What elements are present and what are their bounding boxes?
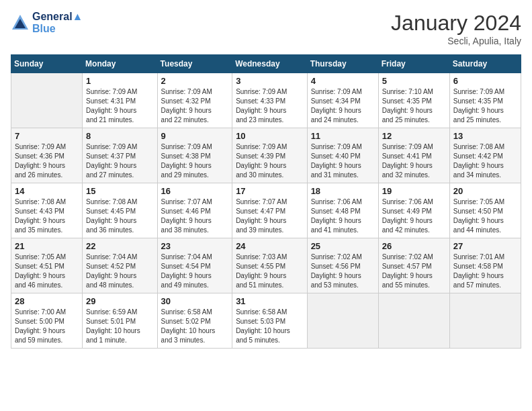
day-number: 16 xyxy=(161,186,229,196)
day-info: Sunrise: 7:02 AM Sunset: 4:56 PM Dayligh… xyxy=(311,253,375,290)
calendar-cell xyxy=(378,293,449,349)
calendar-week-5: 28Sunrise: 7:00 AM Sunset: 5:00 PM Dayli… xyxy=(11,293,521,349)
logo-icon xyxy=(11,13,30,32)
day-info: Sunrise: 7:10 AM Sunset: 4:35 PM Dayligh… xyxy=(382,87,446,125)
calendar-cell: 7Sunrise: 7:09 AM Sunset: 4:36 PM Daylig… xyxy=(11,128,83,183)
day-info: Sunrise: 7:08 AM Sunset: 4:42 PM Dayligh… xyxy=(453,142,517,180)
day-number: 6 xyxy=(453,76,517,86)
day-info: Sunrise: 7:09 AM Sunset: 4:33 PM Dayligh… xyxy=(236,87,304,125)
day-number: 10 xyxy=(236,131,304,141)
day-number: 27 xyxy=(453,241,517,251)
calendar-cell: 9Sunrise: 7:09 AM Sunset: 4:38 PM Daylig… xyxy=(157,128,232,183)
day-number: 28 xyxy=(15,296,79,306)
day-number: 9 xyxy=(161,131,229,141)
day-info: Sunrise: 7:09 AM Sunset: 4:39 PM Dayligh… xyxy=(236,142,304,180)
calendar-cell: 21Sunrise: 7:05 AM Sunset: 4:51 PM Dayli… xyxy=(11,238,83,293)
day-number: 17 xyxy=(236,186,304,196)
title-area: January 2024 Secli, Apulia, Italy xyxy=(391,11,521,46)
header-monday: Monday xyxy=(83,55,158,73)
day-number: 3 xyxy=(236,76,304,86)
calendar-subtitle: Secli, Apulia, Italy xyxy=(391,36,521,46)
calendar-cell: 8Sunrise: 7:09 AM Sunset: 4:37 PM Daylig… xyxy=(83,128,158,183)
day-info: Sunrise: 7:05 AM Sunset: 4:51 PM Dayligh… xyxy=(15,253,79,290)
day-number: 8 xyxy=(86,131,154,141)
calendar-cell: 24Sunrise: 7:03 AM Sunset: 4:55 PM Dayli… xyxy=(232,238,308,293)
day-number: 30 xyxy=(161,296,229,306)
day-number: 2 xyxy=(161,76,229,86)
day-info: Sunrise: 7:09 AM Sunset: 4:37 PM Dayligh… xyxy=(86,142,154,180)
calendar-title: January 2024 xyxy=(391,11,521,36)
calendar-cell: 1Sunrise: 7:09 AM Sunset: 4:31 PM Daylig… xyxy=(83,73,158,128)
day-info: Sunrise: 7:09 AM Sunset: 4:36 PM Dayligh… xyxy=(15,142,79,180)
day-info: Sunrise: 6:58 AM Sunset: 5:03 PM Dayligh… xyxy=(236,308,304,345)
calendar-cell xyxy=(307,293,378,349)
logo-text: General▲ Blue xyxy=(32,11,83,35)
calendar-cell: 17Sunrise: 7:07 AM Sunset: 4:47 PM Dayli… xyxy=(232,183,308,238)
day-info: Sunrise: 7:04 AM Sunset: 4:52 PM Dayligh… xyxy=(86,253,154,290)
day-number: 21 xyxy=(15,241,79,251)
header-sunday: Sunday xyxy=(11,55,83,73)
day-info: Sunrise: 7:09 AM Sunset: 4:40 PM Dayligh… xyxy=(311,142,375,180)
day-info: Sunrise: 7:09 AM Sunset: 4:38 PM Dayligh… xyxy=(161,142,229,180)
day-info: Sunrise: 7:04 AM Sunset: 4:54 PM Dayligh… xyxy=(161,253,229,290)
day-info: Sunrise: 7:00 AM Sunset: 5:00 PM Dayligh… xyxy=(15,308,79,345)
calendar-cell: 22Sunrise: 7:04 AM Sunset: 4:52 PM Dayli… xyxy=(83,238,158,293)
day-info: Sunrise: 7:03 AM Sunset: 4:55 PM Dayligh… xyxy=(236,253,304,290)
calendar-cell: 4Sunrise: 7:09 AM Sunset: 4:34 PM Daylig… xyxy=(307,73,378,128)
day-number: 22 xyxy=(86,241,154,251)
day-number: 14 xyxy=(15,186,79,196)
calendar-cell: 28Sunrise: 7:00 AM Sunset: 5:00 PM Dayli… xyxy=(11,293,83,349)
day-number: 11 xyxy=(311,131,375,141)
header-wednesday: Wednesday xyxy=(232,55,308,73)
header-thursday: Thursday xyxy=(307,55,378,73)
day-number: 4 xyxy=(311,76,375,86)
calendar-table: SundayMondayTuesdayWednesdayThursdayFrid… xyxy=(11,54,521,349)
day-number: 7 xyxy=(15,131,79,141)
day-info: Sunrise: 7:06 AM Sunset: 4:48 PM Dayligh… xyxy=(311,197,375,235)
day-number: 26 xyxy=(382,241,446,251)
day-info: Sunrise: 7:05 AM Sunset: 4:50 PM Dayligh… xyxy=(453,197,517,235)
calendar-cell: 3Sunrise: 7:09 AM Sunset: 4:33 PM Daylig… xyxy=(232,73,308,128)
day-info: Sunrise: 7:07 AM Sunset: 4:46 PM Dayligh… xyxy=(161,197,229,235)
day-number: 29 xyxy=(86,296,154,306)
day-number: 18 xyxy=(311,186,375,196)
header-tuesday: Tuesday xyxy=(157,55,232,73)
calendar-cell: 14Sunrise: 7:08 AM Sunset: 4:43 PM Dayli… xyxy=(11,183,83,238)
day-number: 31 xyxy=(236,296,304,306)
calendar-week-1: 1Sunrise: 7:09 AM Sunset: 4:31 PM Daylig… xyxy=(11,73,521,128)
calendar-cell: 27Sunrise: 7:01 AM Sunset: 4:58 PM Dayli… xyxy=(449,238,521,293)
calendar-week-4: 21Sunrise: 7:05 AM Sunset: 4:51 PM Dayli… xyxy=(11,238,521,293)
calendar-cell: 30Sunrise: 6:58 AM Sunset: 5:02 PM Dayli… xyxy=(157,293,232,349)
calendar-cell: 10Sunrise: 7:09 AM Sunset: 4:39 PM Dayli… xyxy=(232,128,308,183)
day-info: Sunrise: 7:08 AM Sunset: 4:43 PM Dayligh… xyxy=(15,197,79,235)
calendar-cell: 25Sunrise: 7:02 AM Sunset: 4:56 PM Dayli… xyxy=(307,238,378,293)
calendar-cell: 11Sunrise: 7:09 AM Sunset: 4:40 PM Dayli… xyxy=(307,128,378,183)
day-info: Sunrise: 7:09 AM Sunset: 4:41 PM Dayligh… xyxy=(382,142,446,180)
calendar-cell: 15Sunrise: 7:08 AM Sunset: 4:45 PM Dayli… xyxy=(83,183,158,238)
day-number: 12 xyxy=(382,131,446,141)
day-info: Sunrise: 7:02 AM Sunset: 4:57 PM Dayligh… xyxy=(382,253,446,290)
day-info: Sunrise: 6:58 AM Sunset: 5:02 PM Dayligh… xyxy=(161,308,229,345)
calendar-cell: 5Sunrise: 7:10 AM Sunset: 4:35 PM Daylig… xyxy=(378,73,449,128)
calendar-cell xyxy=(449,293,521,349)
day-number: 15 xyxy=(86,186,154,196)
day-number: 20 xyxy=(453,186,517,196)
day-number: 1 xyxy=(86,76,154,86)
calendar-week-3: 14Sunrise: 7:08 AM Sunset: 4:43 PM Dayli… xyxy=(11,183,521,238)
calendar-cell xyxy=(11,73,83,128)
day-info: Sunrise: 7:09 AM Sunset: 4:34 PM Dayligh… xyxy=(311,87,375,125)
calendar-cell: 2Sunrise: 7:09 AM Sunset: 4:32 PM Daylig… xyxy=(157,73,232,128)
day-info: Sunrise: 7:06 AM Sunset: 4:49 PM Dayligh… xyxy=(382,197,446,235)
logo: General▲ Blue xyxy=(11,11,83,35)
calendar-cell: 20Sunrise: 7:05 AM Sunset: 4:50 PM Dayli… xyxy=(449,183,521,238)
calendar-cell: 23Sunrise: 7:04 AM Sunset: 4:54 PM Dayli… xyxy=(157,238,232,293)
page-header: General▲ Blue January 2024 Secli, Apulia… xyxy=(11,11,521,46)
day-number: 13 xyxy=(453,131,517,141)
calendar-cell: 26Sunrise: 7:02 AM Sunset: 4:57 PM Dayli… xyxy=(378,238,449,293)
calendar-week-2: 7Sunrise: 7:09 AM Sunset: 4:36 PM Daylig… xyxy=(11,128,521,183)
day-info: Sunrise: 7:09 AM Sunset: 4:35 PM Dayligh… xyxy=(453,87,517,125)
header-saturday: Saturday xyxy=(449,55,521,73)
day-number: 23 xyxy=(161,241,229,251)
header-friday: Friday xyxy=(378,55,449,73)
calendar-cell: 31Sunrise: 6:58 AM Sunset: 5:03 PM Dayli… xyxy=(232,293,308,349)
